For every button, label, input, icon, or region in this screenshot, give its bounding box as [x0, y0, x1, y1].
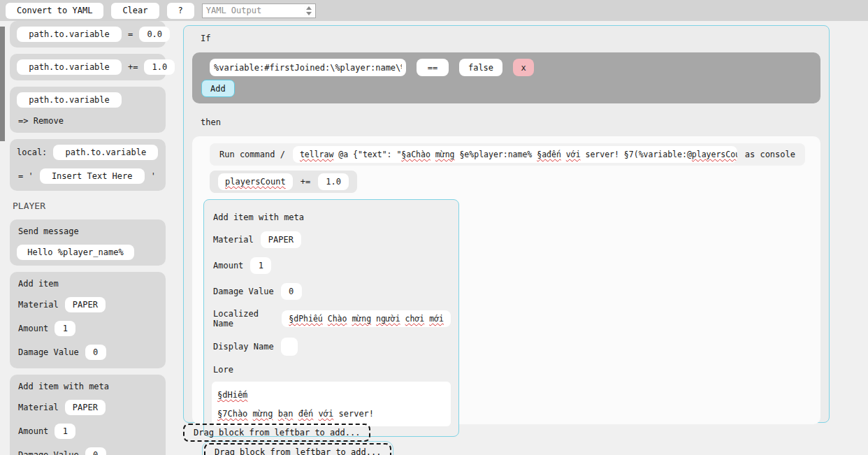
display-name-input[interactable] [281, 338, 298, 356]
condition-row: x [201, 59, 812, 76]
variable-path-input[interactable] [53, 145, 158, 160]
material-input[interactable] [65, 297, 106, 312]
palette-block-local-variable[interactable]: local: = ' ' [10, 139, 166, 191]
damage-value-label: Damage Value [18, 450, 79, 455]
local-text-input[interactable] [40, 168, 145, 184]
toolbar: Convert to YAML Clear ? YAML Output [0, 0, 868, 21]
lore-line-1: §dHiếm [217, 385, 445, 404]
palette-block-add-item-with-meta[interactable]: Add item with meta Material Amount Damag… [10, 375, 166, 455]
increment-value-input[interactable] [144, 59, 175, 75]
assign-close-label: ' [151, 171, 156, 181]
amount-input[interactable] [55, 321, 75, 336]
add-condition-button[interactable]: Add [201, 80, 235, 97]
convert-to-yaml-button[interactable]: Convert to YAML [6, 3, 103, 19]
damage-value-label: Damage Value [213, 287, 274, 296]
remove-action-label: => Remove [18, 116, 64, 126]
yaml-output-select[interactable]: YAML Output [202, 3, 316, 18]
increment-value-input[interactable] [318, 173, 349, 190]
remove-condition-button[interactable]: x [513, 59, 534, 76]
palette-block-increment-variable[interactable]: += [10, 54, 166, 80]
palette-block-remove-variable[interactable]: => Remove [10, 87, 166, 133]
condition-operator-input[interactable] [417, 59, 449, 76]
then-branch-drop-zone[interactable]: Drag block from leftbar to add... [204, 443, 391, 455]
amount-input[interactable] [250, 257, 271, 274]
yaml-output-select-value: YAML Output [206, 6, 261, 15]
variable-path-input[interactable] [17, 27, 122, 42]
localized-name-input[interactable]: §dPhiếu Chào mừng người chơi mới [282, 310, 451, 327]
increment-operator-label: += [128, 62, 138, 72]
run-command-label: Run command / [219, 150, 285, 159]
damage-value-input[interactable] [85, 447, 106, 455]
then-keyword-label: then [201, 117, 829, 127]
lore-label: Lore [213, 365, 233, 375]
material-label: Material [18, 403, 59, 412]
condition-container: x Add [192, 52, 820, 103]
add-item-with-meta-title: Add item with meta [213, 212, 451, 222]
send-message-title: Send message [18, 226, 159, 236]
condition-rhs-input[interactable] [459, 59, 502, 76]
damage-value-input[interactable] [85, 345, 106, 360]
palette-block-set-variable[interactable]: = [10, 21, 166, 48]
variable-path-input[interactable] [17, 92, 122, 108]
sidebar-scrollbar-thumb[interactable] [0, 27, 5, 141]
root-drop-zone[interactable]: Drag block from leftbar to add... [183, 424, 370, 442]
variable-value-input[interactable] [139, 27, 170, 42]
local-prefix-label: local: [17, 147, 47, 157]
localized-name-label: Localized Name [213, 309, 275, 328]
stepper-up-icon[interactable] [306, 6, 312, 10]
increment-operator-label: += [301, 177, 310, 187]
lore-line-2: §7Chào mừng bạn đến với server! [217, 404, 445, 423]
then-branch-container: Run command / tellraw @a {"text": "§aChà… [192, 136, 820, 424]
amount-input[interactable] [55, 424, 75, 439]
increment-variable-block[interactable]: playersCount += [210, 171, 357, 193]
condition-lhs-input[interactable] [210, 59, 406, 76]
add-item-title: Add item [18, 279, 159, 289]
add-item-with-meta-block[interactable]: Add item with meta Material Amount Damag… [203, 199, 459, 437]
damage-value-input[interactable] [281, 283, 302, 300]
palette-block-send-message[interactable]: Send message [10, 219, 166, 266]
material-input[interactable] [261, 231, 301, 248]
block-palette-sidebar: = += => Remove local: [0, 21, 175, 455]
if-keyword-label: If [201, 34, 829, 43]
clear-button[interactable]: Clear [111, 3, 159, 19]
sidebar-block-list: = += => Remove local: [10, 21, 166, 455]
run-command-block[interactable]: Run command / tellraw @a {"text": "§aChà… [210, 143, 805, 166]
select-stepper-icon[interactable] [304, 5, 314, 17]
command-executor-label: as console [745, 150, 795, 159]
add-item-with-meta-title: Add item with meta [18, 382, 159, 391]
player-section-header: PLAYER [13, 201, 166, 211]
command-input[interactable]: tellraw @a {"text": "§aChào mừng §e%play… [293, 146, 737, 163]
display-name-label: Display Name [213, 342, 274, 352]
material-input[interactable] [65, 400, 106, 415]
message-input[interactable] [17, 245, 134, 260]
lore-textarea[interactable]: §dHiếm §7Chào mừng bạn đến với server! [212, 382, 451, 426]
set-operator-label: = [128, 29, 133, 39]
assign-open-label: = ' [18, 171, 34, 181]
stepper-down-icon[interactable] [306, 12, 312, 15]
material-label: Material [213, 235, 254, 245]
help-button[interactable]: ? [167, 3, 194, 19]
increment-variable-input[interactable]: playersCount [218, 173, 293, 190]
if-statement-block[interactable]: If x Add then Run command / tellraw @a {… [183, 25, 830, 423]
amount-label: Amount [18, 324, 48, 333]
damage-value-label: Damage Value [18, 347, 79, 357]
material-label: Material [18, 300, 59, 310]
variable-path-input[interactable] [17, 59, 122, 75]
amount-label: Amount [18, 426, 48, 436]
palette-block-add-item[interactable]: Add item Material Amount Damage Value [10, 272, 166, 368]
amount-label: Amount [213, 261, 243, 270]
